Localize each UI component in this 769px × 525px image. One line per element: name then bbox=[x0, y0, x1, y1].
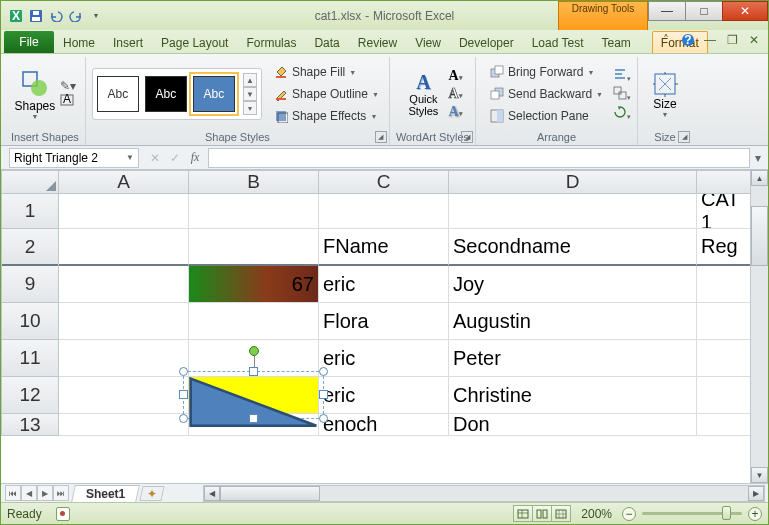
style-swatch-white[interactable]: Abc bbox=[97, 76, 139, 112]
cell[interactable] bbox=[59, 266, 189, 303]
row-header[interactable]: 2 bbox=[1, 229, 59, 266]
gallery-more-icon[interactable]: ▾ bbox=[243, 101, 257, 115]
column-header-b[interactable]: B bbox=[189, 170, 319, 194]
style-swatch-black[interactable]: Abc bbox=[145, 76, 187, 112]
save-icon[interactable] bbox=[27, 7, 45, 25]
workbook-restore-icon[interactable]: ❐ bbox=[724, 32, 740, 48]
column-header-a[interactable]: A bbox=[59, 170, 189, 194]
resize-handle-sw[interactable] bbox=[179, 414, 188, 423]
cell[interactable] bbox=[59, 194, 189, 229]
help-icon[interactable]: ? bbox=[680, 32, 696, 48]
cell[interactable] bbox=[189, 303, 319, 340]
row-header[interactable]: 10 bbox=[1, 303, 59, 340]
cell[interactable]: Don bbox=[449, 414, 697, 436]
page-break-view-icon[interactable] bbox=[551, 505, 571, 522]
tab-nav-first-icon[interactable]: ⏮ bbox=[5, 485, 21, 501]
zoom-out-button[interactable]: − bbox=[622, 507, 636, 521]
scroll-right-icon[interactable]: ▶ bbox=[748, 486, 764, 501]
tab-developer[interactable]: Developer bbox=[450, 31, 523, 53]
tab-nav-last-icon[interactable]: ⏭ bbox=[53, 485, 69, 501]
cell[interactable]: Reg bbox=[697, 229, 757, 266]
insert-function-icon[interactable]: fx bbox=[186, 149, 204, 167]
cell[interactable] bbox=[697, 303, 757, 340]
group-icon[interactable]: ▾ bbox=[613, 86, 631, 103]
excel-icon[interactable]: X bbox=[7, 7, 25, 25]
tab-team[interactable]: Team bbox=[592, 31, 639, 53]
cell[interactable]: Christine bbox=[449, 377, 697, 414]
resize-handle-ne[interactable] bbox=[319, 367, 328, 376]
minimize-ribbon-icon[interactable]: ˄ bbox=[658, 32, 674, 48]
column-header-c[interactable]: C bbox=[319, 170, 449, 194]
shape-fill-button[interactable]: Shape Fill ▼ bbox=[270, 62, 383, 82]
tab-insert[interactable]: Insert bbox=[104, 31, 152, 53]
vertical-scrollbar[interactable]: ▲ ▼ bbox=[750, 170, 768, 483]
resize-handle-e[interactable] bbox=[319, 390, 328, 399]
style-swatch-blue[interactable]: Abc bbox=[193, 76, 235, 112]
cell[interactable] bbox=[59, 229, 189, 266]
name-box[interactable]: Right Triangle 2▼ bbox=[9, 148, 139, 168]
cell[interactable] bbox=[59, 414, 189, 436]
tab-load-test[interactable]: Load Test bbox=[523, 31, 593, 53]
insert-sheet-icon[interactable]: ✦ bbox=[140, 486, 165, 501]
cell[interactable] bbox=[697, 377, 757, 414]
sheet-tab-active[interactable]: Sheet1 bbox=[71, 485, 140, 502]
tab-nav-prev-icon[interactable]: ◀ bbox=[21, 485, 37, 501]
file-tab[interactable]: File bbox=[4, 31, 54, 53]
resize-handle-s[interactable] bbox=[249, 414, 258, 423]
tab-data[interactable]: Data bbox=[305, 31, 348, 53]
cell[interactable]: eric bbox=[319, 340, 449, 377]
cell[interactable]: CAT 1 bbox=[697, 194, 757, 229]
shape-outline-button[interactable]: Shape Outline ▼ bbox=[270, 84, 383, 104]
cancel-formula-icon[interactable]: ✕ bbox=[146, 149, 164, 167]
tab-page-layout[interactable]: Page Layout bbox=[152, 31, 237, 53]
cell[interactable]: eric bbox=[319, 377, 449, 414]
column-header-d[interactable]: D bbox=[449, 170, 697, 194]
cell[interactable]: 67 bbox=[189, 266, 319, 303]
cell[interactable] bbox=[697, 266, 757, 303]
select-all-button[interactable] bbox=[1, 170, 59, 194]
cell[interactable]: Secondname bbox=[449, 229, 697, 266]
cell[interactable]: Peter bbox=[449, 340, 697, 377]
cell[interactable]: enoch bbox=[319, 414, 449, 436]
cell-with-shape[interactable] bbox=[189, 377, 319, 414]
cell[interactable] bbox=[59, 377, 189, 414]
cell[interactable] bbox=[59, 340, 189, 377]
tab-review[interactable]: Review bbox=[349, 31, 406, 53]
workbook-close-icon[interactable]: ✕ bbox=[746, 32, 762, 48]
cell[interactable]: eric bbox=[319, 266, 449, 303]
row-header[interactable]: 12 bbox=[1, 377, 59, 414]
close-button[interactable]: ✕ bbox=[722, 1, 768, 21]
size-button[interactable]: Size ▼ bbox=[644, 61, 686, 127]
cell[interactable]: Augustin bbox=[449, 303, 697, 340]
horizontal-scrollbar[interactable]: ◀ ▶ bbox=[203, 485, 765, 502]
cell[interactable] bbox=[189, 194, 319, 229]
page-layout-view-icon[interactable] bbox=[532, 505, 552, 522]
redo-icon[interactable] bbox=[67, 7, 85, 25]
zoom-in-button[interactable]: + bbox=[748, 507, 762, 521]
cell[interactable]: FName bbox=[319, 229, 449, 266]
row-header[interactable]: 9 bbox=[1, 266, 59, 303]
row-header[interactable]: 11 bbox=[1, 340, 59, 377]
text-box-icon[interactable]: A bbox=[60, 94, 76, 109]
size-dialog-launcher[interactable]: ◢ bbox=[678, 131, 690, 143]
enter-formula-icon[interactable]: ✓ bbox=[166, 149, 184, 167]
column-header-e[interactable] bbox=[697, 170, 757, 194]
cell[interactable]: Flora bbox=[319, 303, 449, 340]
scroll-down-icon[interactable]: ▼ bbox=[751, 467, 768, 483]
formula-input[interactable] bbox=[208, 148, 750, 168]
selected-shape[interactable] bbox=[183, 371, 324, 419]
send-backward-button[interactable]: Send Backward ▼ bbox=[486, 84, 607, 104]
resize-handle-n[interactable] bbox=[249, 367, 258, 376]
shape-style-gallery[interactable]: Abc Abc Abc ▲ ▼ ▾ bbox=[92, 68, 262, 120]
gallery-down-icon[interactable]: ▼ bbox=[243, 87, 257, 101]
resize-handle-se[interactable] bbox=[319, 414, 328, 423]
tab-view[interactable]: View bbox=[406, 31, 450, 53]
quick-styles-button[interactable]: A Quick Styles bbox=[402, 61, 444, 127]
row-header[interactable]: 1 bbox=[1, 194, 59, 229]
cell[interactable] bbox=[449, 194, 697, 229]
cell[interactable]: Joy bbox=[449, 266, 697, 303]
cell[interactable] bbox=[59, 303, 189, 340]
maximize-button[interactable]: □ bbox=[685, 1, 723, 21]
macro-record-icon[interactable] bbox=[56, 507, 70, 521]
tab-nav-next-icon[interactable]: ▶ bbox=[37, 485, 53, 501]
